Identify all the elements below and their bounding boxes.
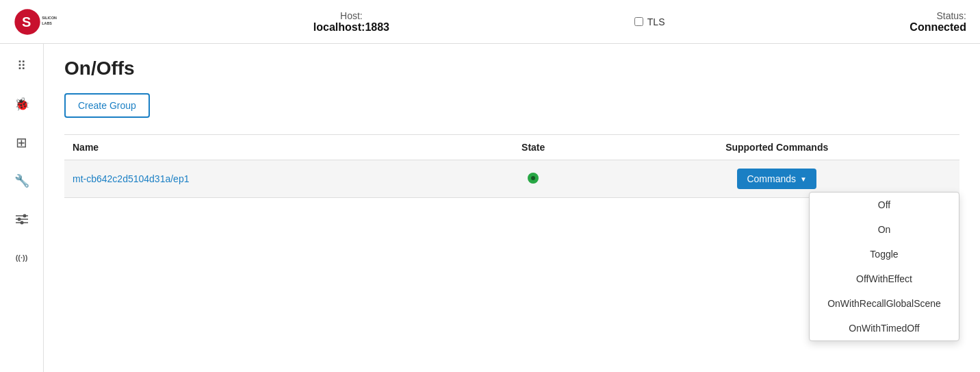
sidebar-item-box[interactable]: ⊞	[8, 129, 36, 156]
sliders-icon	[15, 212, 29, 226]
svg-point-9	[20, 221, 23, 225]
sidebar-item-dots[interactable]: ⠿	[8, 52, 36, 79]
data-table: Name State Supported Commands mt-cb642c2…	[64, 134, 959, 198]
sidebar-item-sliders[interactable]	[8, 206, 36, 233]
commands-label: Commands	[747, 173, 796, 184]
command-on-with-timed-off[interactable]: OnWithTimedOff	[810, 316, 959, 340]
content-area: On/Offs Create Group Name State Supporte…	[44, 44, 980, 372]
status-value: Connected	[910, 21, 966, 34]
sidebar-item-wrench[interactable]: 🔧	[8, 167, 36, 195]
host-info: Host: localhost:1883	[313, 10, 389, 34]
svg-text:SILICON: SILICON	[42, 16, 57, 20]
device-link[interactable]: mt-cb642c2d5104d31a/ep1	[73, 173, 189, 184]
tls-label: TLS	[647, 16, 665, 27]
sidebar-item-bug[interactable]: 🐞	[8, 90, 36, 118]
command-on-with-recall-global-scene[interactable]: OnWithRecallGlobalScene	[810, 291, 959, 316]
chevron-down-icon: ▼	[800, 175, 807, 183]
commands-cell: Commands ▼ Off On Toggle OffWithEffect O…	[594, 160, 959, 198]
table-row: mt-cb642c2d5104d31a/ep1 Commands ▼ Off	[64, 160, 959, 198]
command-on[interactable]: On	[810, 217, 959, 242]
main-layout: ⠿ 🐞 ⊞ 🔧 ((·))	[0, 44, 980, 372]
page-title: On/Offs	[64, 58, 959, 79]
table-header-row: Name State Supported Commands	[64, 135, 959, 160]
logo: S SILICON LABS	[14, 5, 68, 38]
command-off[interactable]: Off	[810, 193, 959, 217]
state-indicator	[528, 173, 539, 184]
device-name-cell: mt-cb642c2d5104d31a/ep1	[64, 160, 472, 198]
command-toggle[interactable]: Toggle	[810, 242, 959, 266]
tls-checkbox[interactable]	[634, 17, 643, 26]
header: S SILICON LABS Host: localhost:1883 TLS …	[0, 0, 980, 44]
col-commands: Supported Commands	[594, 135, 959, 160]
box-icon: ⊞	[16, 134, 27, 151]
tls-area: TLS	[634, 16, 665, 27]
wrench-icon: 🔧	[14, 173, 29, 188]
sidebar-item-radio[interactable]: ((·))	[8, 244, 36, 271]
status-label: Status:	[936, 10, 966, 21]
command-off-with-effect[interactable]: OffWithEffect	[810, 266, 959, 291]
sidebar: ⠿ 🐞 ⊞ 🔧 ((·))	[0, 44, 44, 372]
commands-dropdown: Off On Toggle OffWithEffect OnWithRecall…	[809, 192, 959, 341]
col-name: Name	[64, 135, 472, 160]
svg-text:LABS: LABS	[42, 21, 52, 25]
host-value: localhost:1883	[313, 21, 389, 34]
status-area: Status: Connected	[910, 10, 966, 34]
create-group-button[interactable]: Create Group	[64, 93, 150, 118]
col-state: State	[472, 135, 594, 160]
host-label: Host:	[340, 10, 363, 21]
svg-text:S: S	[22, 14, 31, 29]
commands-button[interactable]: Commands ▼	[737, 169, 816, 189]
bug-icon: 🐞	[14, 97, 29, 112]
radio-icon: ((·))	[16, 253, 28, 262]
dots-icon: ⠿	[17, 58, 26, 73]
silicon-labs-logo: S SILICON LABS	[14, 5, 68, 38]
state-cell	[472, 160, 594, 198]
